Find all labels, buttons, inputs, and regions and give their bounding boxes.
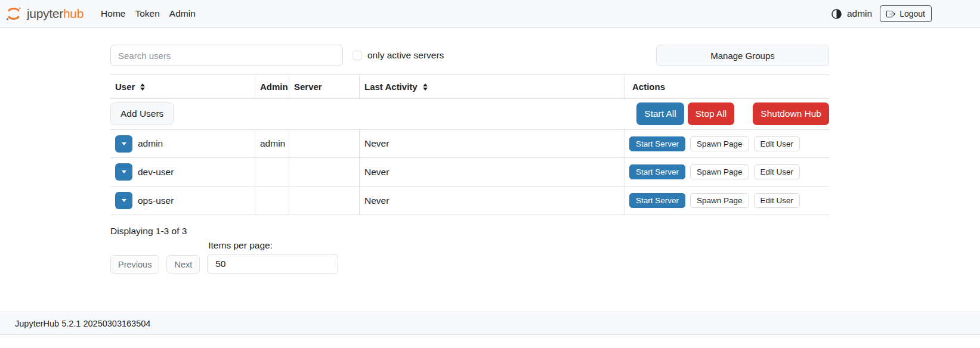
last-activity-cell: Never [360,158,625,186]
items-per-page-input[interactable] [207,254,338,274]
user-cell: dev-user [110,158,255,186]
server-cell [289,130,360,157]
caret-down-icon [122,199,126,202]
manage-groups-button[interactable]: Manage Groups [656,45,829,66]
theme-toggle-icon[interactable] [831,9,842,19]
jupyter-logo-icon [5,5,23,23]
table-controls-row: Add Users Start All Stop All Shutdown Hu… [110,99,829,129]
admin-panel: only active servers Manage Groups User A… [110,45,829,274]
bulk-actions: Start All Stop All Shutdown Hub [636,102,829,125]
username: ops-user [138,195,174,206]
header-actions: Actions [625,75,829,98]
table-row: admin admin Never Start Server Spawn Pag… [110,129,829,158]
last-activity-cell: Never [360,130,625,157]
start-server-button[interactable]: Start Server [629,164,685,179]
navbar: jupyterhub Home Token Admin admin Logout [0,0,980,28]
server-cell [289,187,360,215]
stop-all-button[interactable]: Stop All [688,102,735,125]
start-server-button[interactable]: Start Server [629,136,685,151]
edit-user-button[interactable]: Edit User [754,193,800,208]
logout-label: Logout [899,9,925,18]
admin-cell [255,158,289,186]
admin-cell: admin [255,130,289,157]
caret-down-icon [122,170,126,173]
last-activity-cell: Never [360,187,625,215]
last-activity-value: Never [364,195,389,206]
header-last-activity-label: Last Activity [364,82,418,92]
username: dev-user [138,167,174,178]
header-admin: Admin [255,75,289,98]
header-server-label: Server [294,82,322,92]
actions-cell: Start Server Spawn Page Edit User [625,187,829,215]
admin-flag: admin [260,138,285,149]
users-table: User Admin Server Last Activity Actions … [110,74,829,215]
table-row: dev-user Never Start Server Spawn Page E… [110,158,829,187]
admin-cell [255,187,289,215]
table-row: ops-user Never Start Server Spawn Page E… [110,187,829,215]
next-button[interactable]: Next [166,255,200,274]
shutdown-hub-button[interactable]: Shutdown Hub [753,102,829,125]
header-server: Server [289,75,360,98]
version-text: JupyterHub 5.2.1 20250303163504 [15,319,150,328]
nav-link-home[interactable]: Home [96,8,130,19]
current-user-label: admin [847,8,872,19]
last-activity-value: Never [364,167,389,178]
jupyterhub-brand[interactable]: jupyterhub [5,5,84,23]
caret-down-icon [122,142,126,145]
search-input[interactable] [110,45,343,66]
edit-user-button[interactable]: Edit User [754,164,800,179]
brand-text: jupyterhub [27,7,84,21]
nav-link-admin[interactable]: Admin [165,8,200,19]
user-cell: ops-user [110,187,255,215]
server-cell [289,158,360,186]
row-dropdown-toggle[interactable] [115,135,132,153]
pagination-controls: Previous Next Items per page: [110,240,829,274]
actions-cell: Start Server Spawn Page Edit User [625,130,829,157]
sort-icon [140,83,145,91]
nav-links: Home Token Admin [96,8,200,19]
row-dropdown-toggle[interactable] [115,192,132,209]
only-active-checkbox[interactable] [353,51,362,60]
sort-icon [423,83,428,91]
header-last-activity[interactable]: Last Activity [360,75,625,98]
add-users-button[interactable]: Add Users [110,102,174,125]
items-per-page: Items per page: [207,240,338,274]
actions-cell: Start Server Spawn Page Edit User [625,158,829,186]
header-actions-label: Actions [632,82,665,92]
items-per-page-label: Items per page: [208,240,338,251]
start-all-button[interactable]: Start All [636,102,684,125]
nav-link-token[interactable]: Token [130,8,164,19]
header-user-label: User [115,82,135,92]
table-header-row: User Admin Server Last Activity Actions [110,74,829,99]
previous-button[interactable]: Previous [110,255,159,274]
footer: JupyterHub 5.2.1 20250303163504 [0,312,980,335]
row-dropdown-toggle[interactable] [115,163,132,181]
logout-button[interactable]: Logout [880,5,932,22]
header-admin-label: Admin [260,82,288,92]
user-cell: admin [110,130,255,157]
spawn-page-button[interactable]: Spawn Page [690,193,749,208]
pagination-summary: Displaying 1-3 of 3 [110,226,829,237]
start-server-button[interactable]: Start Server [629,193,685,208]
edit-user-button[interactable]: Edit User [754,136,800,151]
last-activity-value: Never [364,138,389,149]
spawn-page-button[interactable]: Spawn Page [690,136,749,151]
logout-icon [886,10,895,18]
username: admin [138,138,163,149]
header-user[interactable]: User [110,75,255,98]
spawn-page-button[interactable]: Spawn Page [690,164,749,179]
table-body: admin admin Never Start Server Spawn Pag… [110,129,829,215]
toolbar: only active servers Manage Groups [110,45,829,66]
only-active-label: only active servers [367,50,444,61]
navbar-right: admin Logout [831,5,932,22]
